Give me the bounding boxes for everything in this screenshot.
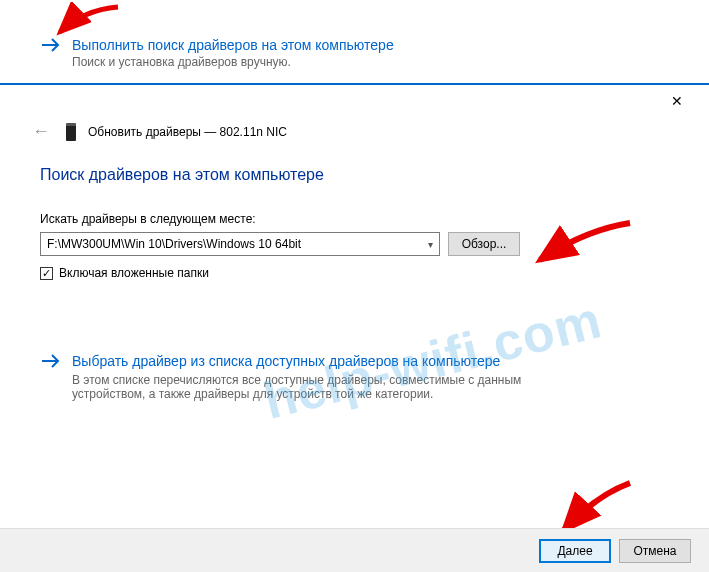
arrow-right-icon <box>40 36 62 54</box>
search-this-computer-option[interactable]: Выполнить поиск драйверов на этом компью… <box>40 36 669 69</box>
option-subtitle: Поиск и установка драйверов вручную. <box>72 55 394 69</box>
next-button[interactable]: Далее <box>539 539 611 563</box>
dialog-header: Обновить драйверы — 802.11n NIC <box>88 125 287 139</box>
option-title: Выполнить поиск драйверов на этом компью… <box>72 36 394 54</box>
checkbox-label: Включая вложенные папки <box>59 266 209 280</box>
section-title: Поиск драйверов на этом компьютере <box>40 166 669 184</box>
path-field-label: Искать драйверы в следующем месте: <box>40 212 669 226</box>
link-option-title: Выбрать драйвер из списка доступных драй… <box>72 352 572 371</box>
cancel-button[interactable]: Отмена <box>619 539 691 563</box>
path-value: F:\MW300UM\Win 10\Drivers\Windows 10 64b… <box>47 237 301 251</box>
arrow-right-icon <box>40 352 62 370</box>
pick-from-list-option[interactable]: Выбрать драйвер из списка доступных драй… <box>40 352 669 401</box>
link-option-desc: В этом списке перечисляются все доступны… <box>72 373 572 401</box>
checkbox-icon: ✓ <box>40 267 53 280</box>
include-subfolders-checkbox[interactable]: ✓ Включая вложенные папки <box>40 266 669 280</box>
device-icon <box>66 123 76 141</box>
back-arrow-icon[interactable]: ← <box>28 121 54 142</box>
chevron-down-icon: ▾ <box>428 239 433 250</box>
path-combobox[interactable]: F:\MW300UM\Win 10\Drivers\Windows 10 64b… <box>40 232 440 256</box>
button-bar: Далее Отмена <box>0 528 709 572</box>
close-icon[interactable]: ✕ <box>663 89 691 113</box>
browse-button[interactable]: Обзор... <box>448 232 520 256</box>
